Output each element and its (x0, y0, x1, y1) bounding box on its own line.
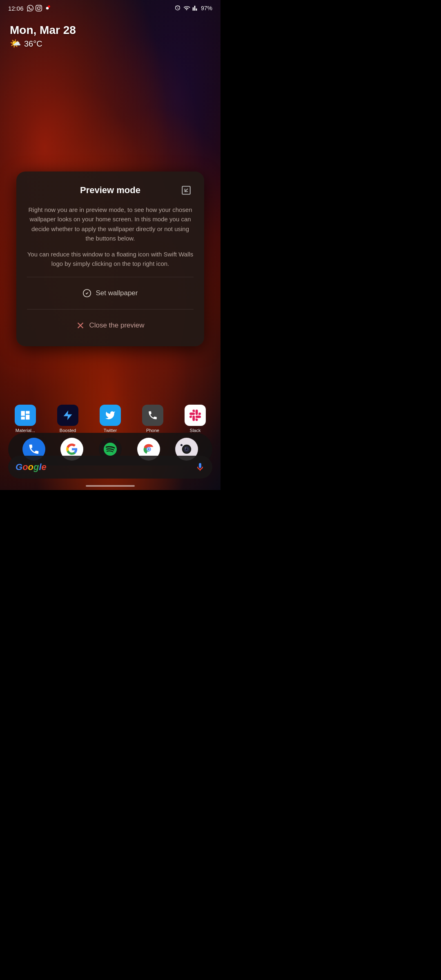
app-slack[interactable]: Slack (185, 405, 206, 433)
notification-icon (44, 5, 51, 11)
svg-point-12 (186, 448, 187, 450)
phone-app-icon (147, 410, 158, 421)
google-g-green: g (33, 462, 39, 472)
whatsapp-icon (27, 5, 33, 11)
google-logo: Google (16, 462, 47, 472)
minimize-window-icon (181, 185, 192, 196)
twitter-app-icon (105, 410, 116, 421)
partial-app-row: Material... Boosted Twitter Phone (0, 405, 220, 433)
svg-point-1 (48, 5, 50, 7)
app-material-label: Material... (16, 428, 35, 433)
app-twitter[interactable]: Twitter (100, 405, 121, 433)
dialog-title: Preview mode (42, 185, 179, 196)
microphone-icon[interactable] (195, 462, 205, 472)
google-g-blue: G (16, 462, 22, 472)
weather-row: 🌤️ 36°C (10, 38, 76, 49)
svg-point-13 (185, 448, 186, 448)
dialog-divider (27, 277, 194, 277)
app-twitter-label: Twitter (104, 428, 117, 433)
google-g-yellow: o (28, 462, 33, 472)
minimize-button[interactable] (179, 183, 194, 198)
google-search-bar[interactable]: Google (8, 456, 212, 479)
dialog-body: Right now you are in preview mode, to se… (27, 205, 194, 269)
phone-icon (28, 443, 40, 455)
date-display: Mon, Mar 28 (10, 24, 76, 37)
status-time-area: 12:06 (8, 5, 51, 12)
date-widget: Mon, Mar 28 🌤️ 36°C (10, 24, 76, 49)
google-g-red: o (22, 462, 28, 472)
status-bar: 12:06 97 (0, 0, 220, 16)
app-phone-label: Phone (146, 428, 159, 433)
instagram-icon (36, 5, 42, 11)
weather-icon: 🌤️ (10, 38, 21, 49)
app-boosted[interactable]: Boosted (57, 405, 78, 433)
app-boosted-label: Boosted (60, 428, 76, 433)
dialog-body-para1: Right now you are in preview mode, to se… (27, 205, 194, 243)
close-x-icon (76, 321, 85, 330)
close-preview-button[interactable]: Close the preview (27, 316, 194, 335)
close-preview-label: Close the preview (89, 321, 144, 330)
time-display: 12:06 (8, 5, 24, 12)
temperature-display: 36°C (24, 39, 42, 49)
google-g-red2: e (42, 462, 47, 472)
status-icons-right: 97% (174, 5, 212, 11)
chrome-icon (143, 443, 155, 455)
svg-point-14 (180, 444, 183, 446)
check-circle-icon (82, 289, 91, 298)
signal-icon (192, 5, 199, 11)
dialog-header: Preview mode (27, 183, 194, 198)
boosted-app-icon (62, 410, 74, 421)
app-slack-label: Slack (190, 428, 201, 433)
dialog-body-para2: You can reduce this window to a floating… (27, 249, 194, 269)
set-wallpaper-label: Set wallpaper (96, 289, 138, 297)
spotify-icon (104, 443, 117, 456)
battery-text: 97% (201, 5, 212, 11)
alarm-icon (174, 5, 181, 11)
app-material[interactable]: Material... (15, 405, 36, 433)
status-icons-left (27, 5, 51, 11)
camera-icon (180, 443, 193, 455)
wifi-icon (183, 5, 190, 11)
material-app-icon (20, 410, 31, 421)
preview-dialog: Preview mode Right now you are in previe… (16, 172, 204, 346)
slack-app-icon (189, 410, 201, 421)
app-phone[interactable]: Phone (142, 405, 163, 433)
set-wallpaper-button[interactable]: Set wallpaper (27, 284, 194, 303)
dialog-divider-2 (27, 309, 194, 310)
svg-point-8 (147, 448, 149, 450)
home-indicator (86, 485, 135, 487)
google-icon (66, 443, 78, 455)
